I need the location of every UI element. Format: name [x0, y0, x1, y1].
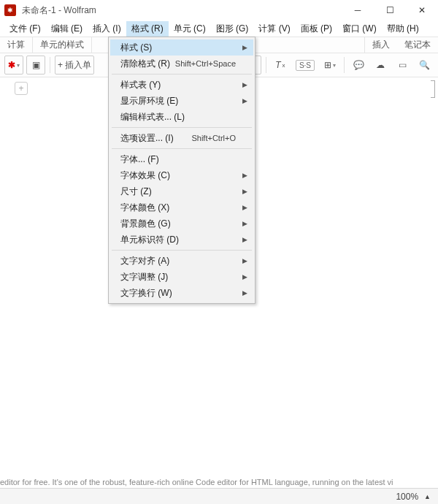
submenu-arrow-icon: ▶	[242, 188, 247, 195]
text-format-icon: T	[275, 60, 280, 70]
close-button[interactable]: ✕	[406, 0, 438, 20]
chevron-down-icon: ▾	[333, 62, 336, 69]
ruler-icon: ⊞	[324, 60, 331, 70]
minimize-button[interactable]: ─	[342, 0, 374, 20]
evaluate-icon: ✱	[8, 60, 15, 70]
section-calc: 计算	[0, 37, 33, 53]
ruler-button[interactable]: ⊞▾	[320, 56, 339, 75]
chat-icon: 💬	[353, 60, 364, 70]
menu-size[interactable]: 尺寸 (Z)▶	[110, 183, 253, 199]
menu-evaluate[interactable]: 计算 (V)	[253, 21, 295, 37]
cell-bracket[interactable]	[431, 80, 435, 98]
zoom-caret-icon[interactable]: ▲	[424, 493, 431, 500]
submenu-arrow-icon: ▶	[242, 220, 247, 227]
submenu-arrow-icon: ▶	[242, 204, 247, 211]
search-icon: 🔍	[419, 60, 430, 70]
menu-edit[interactable]: 编辑 (E)	[46, 21, 88, 37]
doc-name: 未命名-1	[22, 5, 56, 15]
menu-text-color[interactable]: 字体颜色 (X)▶	[110, 199, 253, 215]
menu-screen-env[interactable]: 显示屏环境 (E)▶	[110, 93, 253, 109]
menu-font[interactable]: 字体... (F)	[110, 151, 253, 167]
maximize-button[interactable]: ☐	[374, 0, 406, 20]
menu-window[interactable]: 窗口 (W)	[337, 21, 382, 37]
menu-text-justify[interactable]: 文字调整 (J)▶	[110, 269, 253, 285]
submenu-arrow-icon: ▶	[242, 81, 247, 88]
search-button[interactable]: 🔍	[415, 56, 434, 75]
app-name: Wolfram	[64, 5, 96, 15]
section-insert: 插入	[364, 37, 397, 53]
cloud-button[interactable]: ☁	[371, 56, 390, 75]
abort-button[interactable]: ▣	[26, 56, 45, 75]
book-button[interactable]: ▭	[393, 56, 412, 75]
menu-separator	[112, 148, 252, 149]
menu-graphics[interactable]: 图形 (G)	[211, 21, 254, 37]
submenu-arrow-icon: ▶	[242, 257, 247, 264]
chat-button[interactable]: 💬	[349, 56, 368, 75]
menu-cell-dingbat[interactable]: 单元标识符 (D)▶	[110, 232, 253, 248]
insert-cell-button[interactable]: + 插入单	[55, 56, 94, 75]
menu-cell[interactable]: 单元 (C)	[169, 21, 211, 37]
menu-file[interactable]: 文件 (F)	[4, 21, 46, 37]
menu-help[interactable]: 帮助 (H)	[382, 21, 424, 37]
background-text: editor for free. It's one of the robust,…	[0, 478, 393, 486]
menu-face[interactable]: 字体效果 (C)▶	[110, 167, 253, 183]
menu-edit-stylesheet[interactable]: 编辑样式表... (L)	[110, 109, 253, 125]
abort-icon: ▣	[32, 60, 40, 70]
menubar: 文件 (F) 编辑 (E) 插入 (I) 格式 (R) 单元 (C) 图形 (G…	[0, 20, 438, 37]
cloud-upload-icon: ☁	[376, 60, 385, 70]
zoom-level[interactable]: 100%	[396, 492, 418, 502]
submenu-arrow-icon: ▶	[242, 273, 247, 280]
app-icon: ✱	[4, 4, 16, 16]
menu-format[interactable]: 格式 (R)	[126, 21, 169, 37]
menu-clear-format[interactable]: 清除格式 (R)Shift+Ctrl+Space	[110, 56, 253, 72]
menu-bg-color[interactable]: 背景颜色 (G)▶	[110, 215, 253, 232]
ss-icon: S∙S	[296, 60, 315, 71]
submenu-arrow-icon: ▶	[242, 172, 247, 179]
menu-separator	[112, 127, 252, 128]
statusbar: 100% ▲	[0, 488, 438, 504]
window-controls: ─ ☐ ✕	[342, 0, 438, 20]
separator	[266, 57, 266, 73]
evaluate-button[interactable]: ✱▾	[4, 56, 23, 75]
submenu-arrow-icon: ▶	[242, 97, 247, 104]
section-notebook: 笔记本	[397, 37, 438, 53]
menu-stylesheet[interactable]: 样式表 (Y)▶	[110, 77, 253, 93]
titlebar: ✱ 未命名-1 - Wolfram ─ ☐ ✕	[0, 0, 438, 20]
menu-style[interactable]: 样式 (S)▶	[110, 39, 253, 56]
menu-text-align[interactable]: 文字对齐 (A)▶	[110, 253, 253, 269]
chevron-down-icon: ▾	[17, 62, 20, 69]
menu-insert[interactable]: 插入 (I)	[88, 21, 126, 37]
menu-option-inspector[interactable]: 选项设置... (I)Shift+Ctrl+O	[110, 130, 253, 146]
menu-word-wrap[interactable]: 文字换行 (W)▶	[110, 285, 253, 301]
add-cell-button[interactable]: +	[15, 82, 28, 95]
book-icon: ▭	[399, 60, 407, 70]
submenu-arrow-icon: ▶	[242, 44, 247, 51]
menu-separator	[112, 250, 252, 251]
menu-palette[interactable]: 面板 (P)	[296, 21, 337, 37]
separator	[344, 57, 345, 73]
separator	[50, 57, 50, 73]
section-cellstyle: 单元的样式	[33, 37, 92, 53]
ss-button[interactable]: S∙S	[293, 56, 318, 75]
format-dropdown: 样式 (S)▶ 清除格式 (R)Shift+Ctrl+Space 样式表 (Y)…	[108, 37, 256, 304]
menu-separator	[112, 74, 252, 75]
window-title: 未命名-1 - Wolfram	[22, 4, 96, 17]
format-text-button[interactable]: Tx	[271, 56, 290, 75]
submenu-arrow-icon: ▶	[242, 289, 247, 297]
submenu-arrow-icon: ▶	[242, 236, 247, 243]
